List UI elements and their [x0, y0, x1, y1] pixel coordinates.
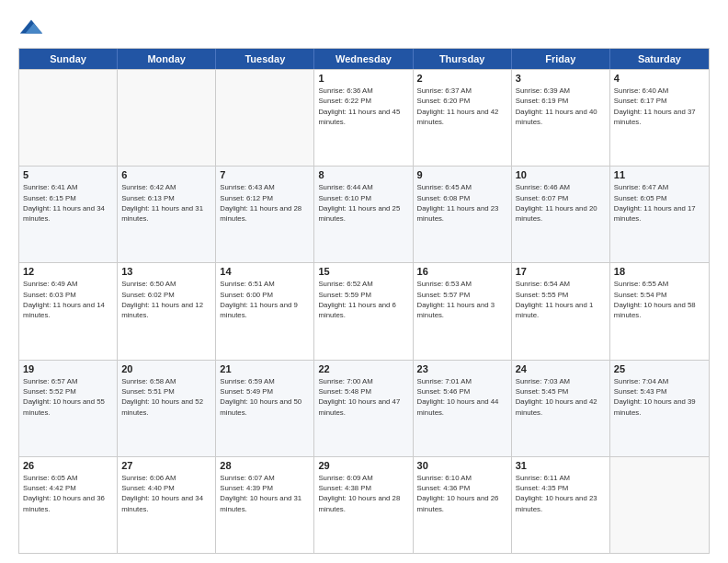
day-info: Sunrise: 6:07 AM Sunset: 4:39 PM Dayligh… [220, 473, 310, 514]
header-day-sunday: Sunday [19, 49, 118, 69]
day-info: Sunrise: 6:39 AM Sunset: 6:19 PM Dayligh… [516, 86, 606, 127]
day-info: Sunrise: 6:40 AM Sunset: 6:17 PM Dayligh… [614, 86, 705, 127]
day-number: 5 [23, 169, 113, 180]
day-cell-19: 19Sunrise: 6:57 AM Sunset: 5:52 PM Dayli… [19, 361, 118, 456]
day-number: 31 [516, 460, 606, 471]
day-cell-12: 12Sunrise: 6:49 AM Sunset: 6:03 PM Dayli… [19, 263, 118, 359]
calendar-week-3: 12Sunrise: 6:49 AM Sunset: 6:03 PM Dayli… [19, 262, 709, 359]
day-number: 9 [417, 169, 507, 180]
calendar-week-5: 26Sunrise: 6:05 AM Sunset: 4:42 PM Dayli… [19, 456, 709, 553]
day-number: 17 [516, 266, 606, 277]
day-cell-16: 16Sunrise: 6:53 AM Sunset: 5:57 PM Dayli… [414, 263, 512, 359]
header-day-friday: Friday [512, 49, 610, 69]
day-number: 10 [516, 169, 606, 180]
day-info: Sunrise: 6:58 AM Sunset: 5:51 PM Dayligh… [121, 376, 211, 418]
day-number: 15 [318, 266, 408, 277]
day-info: Sunrise: 6:55 AM Sunset: 5:54 PM Dayligh… [614, 279, 705, 320]
day-cell-7: 7Sunrise: 6:43 AM Sunset: 6:12 PM Daylig… [216, 167, 314, 262]
day-info: Sunrise: 6:45 AM Sunset: 6:08 PM Dayligh… [417, 182, 507, 224]
day-info: Sunrise: 6:11 AM Sunset: 4:35 PM Dayligh… [516, 473, 606, 514]
day-cell-26: 26Sunrise: 6:05 AM Sunset: 4:42 PM Dayli… [19, 457, 118, 553]
day-cell-2: 2Sunrise: 6:37 AM Sunset: 6:20 PM Daylig… [414, 70, 512, 166]
header [18, 15, 710, 40]
day-cell-4: 4Sunrise: 6:40 AM Sunset: 6:17 PM Daylig… [610, 70, 709, 166]
day-cell-24: 24Sunrise: 7:03 AM Sunset: 5:45 PM Dayli… [512, 361, 610, 456]
day-info: Sunrise: 6:54 AM Sunset: 5:55 PM Dayligh… [516, 279, 606, 320]
day-info: Sunrise: 6:43 AM Sunset: 6:12 PM Dayligh… [220, 182, 310, 224]
header-day-wednesday: Wednesday [314, 49, 413, 69]
header-day-tuesday: Tuesday [216, 49, 314, 69]
day-number: 26 [23, 460, 113, 471]
day-number: 24 [516, 363, 606, 374]
day-cell-3: 3Sunrise: 6:39 AM Sunset: 6:19 PM Daylig… [512, 70, 610, 166]
day-number: 28 [220, 460, 310, 471]
day-info: Sunrise: 6:50 AM Sunset: 6:02 PM Dayligh… [121, 279, 211, 320]
day-cell-23: 23Sunrise: 7:01 AM Sunset: 5:46 PM Dayli… [414, 361, 512, 456]
page: SundayMondayTuesdayWednesdayThursdayFrid… [0, 0, 728, 563]
day-cell-13: 13Sunrise: 6:50 AM Sunset: 6:02 PM Dayli… [118, 263, 216, 359]
day-info: Sunrise: 6:05 AM Sunset: 4:42 PM Dayligh… [23, 473, 113, 514]
day-info: Sunrise: 6:37 AM Sunset: 6:20 PM Dayligh… [417, 86, 507, 127]
day-info: Sunrise: 6:51 AM Sunset: 6:00 PM Dayligh… [220, 279, 310, 320]
day-info: Sunrise: 6:53 AM Sunset: 5:57 PM Dayligh… [417, 279, 507, 320]
day-info: Sunrise: 7:04 AM Sunset: 5:43 PM Dayligh… [614, 376, 705, 418]
empty-cell [216, 70, 314, 166]
day-number: 16 [417, 266, 507, 277]
day-info: Sunrise: 7:03 AM Sunset: 5:45 PM Dayligh… [516, 376, 606, 418]
day-number: 25 [614, 363, 705, 374]
day-cell-9: 9Sunrise: 6:45 AM Sunset: 6:08 PM Daylig… [414, 167, 512, 262]
day-cell-29: 29Sunrise: 6:09 AM Sunset: 4:38 PM Dayli… [314, 457, 413, 553]
day-cell-22: 22Sunrise: 7:00 AM Sunset: 5:48 PM Dayli… [314, 361, 413, 456]
day-number: 22 [318, 363, 408, 374]
day-cell-5: 5Sunrise: 6:41 AM Sunset: 6:15 PM Daylig… [19, 167, 118, 262]
day-cell-14: 14Sunrise: 6:51 AM Sunset: 6:00 PM Dayli… [216, 263, 314, 359]
day-number: 7 [220, 169, 310, 180]
day-number: 19 [23, 363, 113, 374]
day-info: Sunrise: 6:46 AM Sunset: 6:07 PM Dayligh… [516, 182, 606, 224]
day-cell-31: 31Sunrise: 6:11 AM Sunset: 4:35 PM Dayli… [512, 457, 610, 553]
day-number: 21 [220, 363, 310, 374]
calendar: SundayMondayTuesdayWednesdayThursdayFrid… [18, 48, 710, 554]
day-info: Sunrise: 6:41 AM Sunset: 6:15 PM Dayligh… [23, 182, 113, 224]
day-info: Sunrise: 7:00 AM Sunset: 5:48 PM Dayligh… [318, 376, 408, 418]
day-info: Sunrise: 6:49 AM Sunset: 6:03 PM Dayligh… [23, 279, 113, 320]
day-info: Sunrise: 6:36 AM Sunset: 6:22 PM Dayligh… [318, 86, 408, 127]
empty-cell [610, 457, 709, 553]
day-number: 14 [220, 266, 310, 277]
day-cell-1: 1Sunrise: 6:36 AM Sunset: 6:22 PM Daylig… [314, 70, 413, 166]
day-cell-28: 28Sunrise: 6:07 AM Sunset: 4:39 PM Dayli… [216, 457, 314, 553]
day-cell-21: 21Sunrise: 6:59 AM Sunset: 5:49 PM Dayli… [216, 361, 314, 456]
day-cell-20: 20Sunrise: 6:58 AM Sunset: 5:51 PM Dayli… [118, 361, 216, 456]
day-info: Sunrise: 6:47 AM Sunset: 6:05 PM Dayligh… [614, 182, 705, 224]
day-cell-30: 30Sunrise: 6:10 AM Sunset: 4:36 PM Dayli… [414, 457, 512, 553]
day-info: Sunrise: 6:44 AM Sunset: 6:10 PM Dayligh… [318, 182, 408, 224]
day-info: Sunrise: 6:57 AM Sunset: 5:52 PM Dayligh… [23, 376, 113, 418]
day-cell-25: 25Sunrise: 7:04 AM Sunset: 5:43 PM Dayli… [610, 361, 709, 456]
calendar-week-4: 19Sunrise: 6:57 AM Sunset: 5:52 PM Dayli… [19, 360, 709, 456]
day-number: 1 [318, 73, 408, 84]
day-number: 8 [318, 169, 408, 180]
header-day-saturday: Saturday [610, 49, 709, 69]
day-number: 13 [121, 266, 211, 277]
day-cell-6: 6Sunrise: 6:42 AM Sunset: 6:13 PM Daylig… [118, 167, 216, 262]
day-number: 11 [614, 169, 705, 180]
day-number: 27 [121, 460, 211, 471]
day-number: 29 [318, 460, 408, 471]
day-info: Sunrise: 6:42 AM Sunset: 6:13 PM Dayligh… [121, 182, 211, 224]
day-info: Sunrise: 6:06 AM Sunset: 4:40 PM Dayligh… [121, 473, 211, 514]
day-cell-11: 11Sunrise: 6:47 AM Sunset: 6:05 PM Dayli… [610, 167, 709, 262]
day-number: 3 [516, 73, 606, 84]
calendar-week-1: 1Sunrise: 6:36 AM Sunset: 6:22 PM Daylig… [19, 69, 709, 166]
day-number: 2 [417, 73, 507, 84]
calendar-body: 1Sunrise: 6:36 AM Sunset: 6:22 PM Daylig… [19, 69, 709, 553]
day-info: Sunrise: 6:09 AM Sunset: 4:38 PM Dayligh… [318, 473, 408, 514]
day-info: Sunrise: 7:01 AM Sunset: 5:46 PM Dayligh… [417, 376, 507, 418]
day-number: 6 [121, 169, 211, 180]
day-info: Sunrise: 6:10 AM Sunset: 4:36 PM Dayligh… [417, 473, 507, 514]
day-cell-27: 27Sunrise: 6:06 AM Sunset: 4:40 PM Dayli… [118, 457, 216, 553]
calendar-header: SundayMondayTuesdayWednesdayThursdayFrid… [19, 49, 709, 69]
day-number: 12 [23, 266, 113, 277]
day-number: 4 [614, 73, 705, 84]
day-cell-17: 17Sunrise: 6:54 AM Sunset: 5:55 PM Dayli… [512, 263, 610, 359]
day-cell-18: 18Sunrise: 6:55 AM Sunset: 5:54 PM Dayli… [610, 263, 709, 359]
